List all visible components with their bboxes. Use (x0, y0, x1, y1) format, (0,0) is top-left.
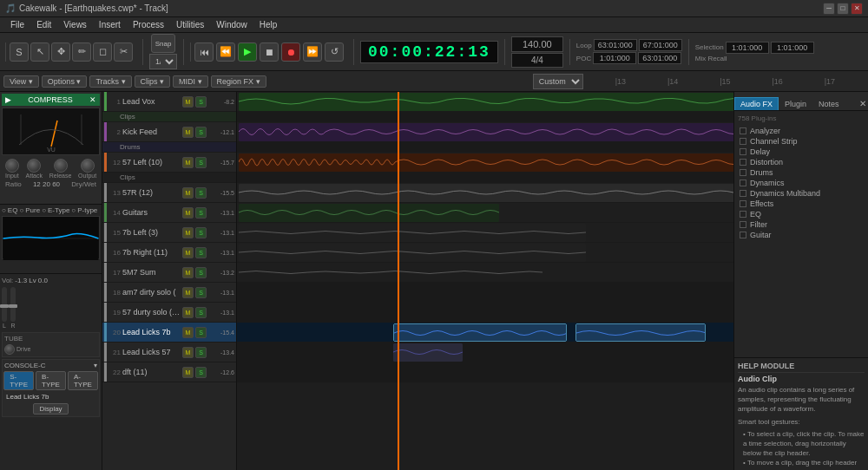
track-mute-btn-16[interactable]: M (182, 247, 194, 258)
track-row[interactable]: 2 Kick Feed M S -12.1 (102, 122, 236, 142)
plugin-item-delay[interactable]: Delay (738, 147, 865, 157)
rewind-button[interactable]: ⏮ (194, 42, 214, 62)
play-button[interactable]: ▶ (238, 42, 257, 62)
track-mute-btn-14[interactable]: M (182, 207, 194, 219)
track-row[interactable]: 18 am7 dirty solo ( M S -13.1 (102, 283, 236, 303)
custom-select[interactable]: Custom (533, 74, 583, 89)
options-dropdown[interactable]: Options ▾ (42, 75, 88, 88)
clip-5m7-sum[interactable] (239, 264, 542, 282)
tracks-dropdown[interactable]: Tracks ▾ (89, 75, 131, 88)
track-solo-btn-13[interactable]: S (195, 187, 207, 199)
back-button[interactable]: ⏪ (216, 42, 235, 62)
b-type-btn[interactable]: B-TYPE (36, 371, 66, 390)
track-mute-btn-21[interactable]: M (182, 347, 194, 358)
pos-start-display[interactable]: 1:01:000 (593, 52, 636, 64)
menu-window[interactable]: Window (211, 18, 253, 31)
track-mute-btn-1[interactable]: M (182, 96, 194, 108)
track-solo-btn-21[interactable]: S (195, 347, 207, 358)
track-row[interactable]: 12 57 Left (10) M S -15.7 (102, 153, 236, 173)
track-solo-btn-20[interactable]: S (195, 327, 207, 338)
erase-tool-button[interactable]: ◻ (93, 42, 112, 62)
track-row[interactable]: 14 Guitars M S -13.1 (102, 203, 236, 223)
track-row[interactable]: 13 57R (12) M S -15.5 (102, 183, 236, 203)
draw-tool-button[interactable]: ✏ (72, 42, 91, 62)
track-mute-btn-2[interactable]: M (182, 127, 194, 138)
clip-7b-left[interactable] (239, 224, 586, 242)
input-knob[interactable] (5, 159, 19, 173)
release-knob[interactable] (54, 159, 68, 173)
select-tool-button[interactable]: ↖ (30, 42, 49, 62)
track-solo-btn-18[interactable]: S (195, 287, 207, 298)
eq-radio-ptype[interactable]: ○ (71, 206, 76, 214)
track-mute-btn-17[interactable]: M (182, 267, 194, 278)
sel-end-display[interactable]: 1:01:000 (771, 42, 814, 54)
track-mute-btn-15[interactable]: M (182, 227, 194, 238)
output-knob[interactable] (81, 159, 95, 173)
console-expand-icon[interactable]: ▾ (94, 362, 97, 369)
menu-views[interactable]: Views (58, 18, 92, 31)
tempo-display[interactable]: 140.00 (511, 36, 563, 52)
move-tool-button[interactable]: ✥ (51, 42, 70, 62)
plugin-item-effects[interactable]: Effects (738, 199, 865, 209)
clip-lead-licks-7b-2[interactable] (575, 323, 706, 342)
menu-process[interactable]: Process (128, 18, 169, 31)
track-row[interactable]: Clips (102, 112, 236, 122)
synth-close[interactable]: ✕ (89, 95, 96, 104)
sel-start-display[interactable]: 1:01:000 (726, 42, 769, 54)
track-row[interactable]: 1 Lead Vox M S -8.2 (102, 92, 236, 112)
tube-drive-knob[interactable] (4, 344, 15, 355)
plugin-item-drums[interactable]: Drums (738, 167, 865, 178)
track-row[interactable]: Drums (102, 142, 236, 153)
clip-57-left[interactable] (239, 153, 733, 172)
loop-button[interactable]: ↺ (325, 42, 344, 62)
display-button[interactable]: Display (33, 403, 68, 415)
fwd-button[interactable]: ⏩ (303, 42, 322, 62)
track-row[interactable]: 17 5M7 Sum M S -13.2 (102, 263, 236, 283)
s-type-btn[interactable]: S-TYPE (3, 371, 34, 390)
menu-help[interactable]: Help (254, 18, 283, 31)
clip-lead-licks-57[interactable] (393, 343, 463, 362)
track-solo-btn-1[interactable]: S (195, 96, 207, 108)
midi-dropdown[interactable]: MIDI ▾ (173, 75, 208, 88)
plugin-item-distortion[interactable]: Distortion (738, 157, 865, 167)
loop-start-display[interactable]: 63:01:000 (594, 39, 637, 51)
plugin-item-guitar[interactable]: Guitar (738, 230, 865, 240)
attack-knob[interactable] (27, 159, 41, 173)
trim-tool-button[interactable]: ✂ (114, 42, 133, 62)
close-button[interactable]: ✕ (851, 3, 863, 15)
a-type-btn[interactable]: A-TYPE (68, 371, 98, 390)
smart-tool-button[interactable]: S (10, 42, 29, 62)
eq-radio-pure[interactable]: ○ (19, 206, 23, 214)
left-ch-fader[interactable] (2, 287, 7, 322)
record-button[interactable]: ⏺ (281, 42, 300, 62)
pos-end-display[interactable]: 63:01:000 (638, 52, 681, 64)
clip-lead-licks-7b[interactable] (393, 323, 567, 342)
track-row[interactable]: Clips (102, 173, 236, 183)
track-solo-btn-17[interactable]: S (195, 267, 207, 278)
loop-end-display[interactable]: 67:01:000 (639, 39, 682, 51)
track-row[interactable]: 22 dft (11) M S -12.6 (102, 362, 236, 382)
snap-select[interactable]: 1/41/81/16 (149, 54, 177, 69)
clip-lead-vox[interactable] (239, 93, 733, 111)
menu-file[interactable]: File (5, 18, 30, 31)
plugin-item-channel-strip[interactable]: Channel Strip (738, 136, 865, 147)
audio-fx-tab[interactable]: Audio FX (734, 97, 779, 110)
track-solo-btn-14[interactable]: S (195, 207, 207, 219)
track-row[interactable]: 15 7b Left (3) M S -13.1 (102, 223, 236, 243)
track-row[interactable]: 21 Lead Licks 57 M S -13.4 (102, 343, 236, 362)
plugin-item-eq[interactable]: EQ (738, 209, 865, 219)
track-mute-btn-13[interactable]: M (182, 187, 194, 199)
stop-button[interactable]: ⏹ (260, 42, 279, 62)
maximize-button[interactable]: □ (837, 3, 849, 15)
right-ch-fader[interactable] (10, 287, 16, 322)
plugin-item-filter[interactable]: Filter (738, 219, 865, 230)
plugin-tab[interactable]: Plugin (779, 97, 812, 110)
menu-insert[interactable]: Insert (94, 18, 126, 31)
minimize-button[interactable]: ─ (823, 3, 835, 15)
clip-7b-right[interactable] (239, 244, 586, 262)
time-sig-display[interactable]: 4/4 (511, 53, 563, 68)
plugin-item-analyzer[interactable]: Analyzer (738, 126, 865, 136)
eq-radio-hybrid[interactable]: ○ (2, 206, 6, 214)
menu-edit[interactable]: Edit (31, 18, 56, 31)
view-dropdown[interactable]: View ▾ (3, 75, 39, 88)
